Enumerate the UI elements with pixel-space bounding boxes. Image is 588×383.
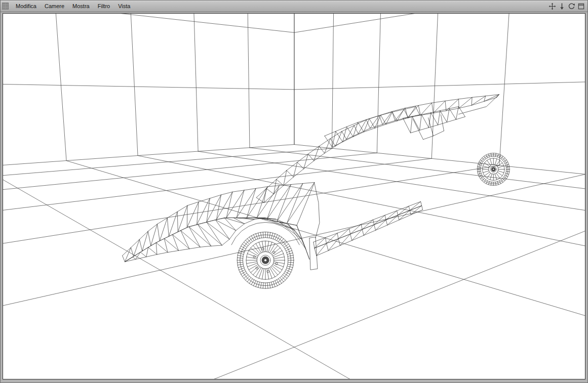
application-window: Modifica Camere Mostra Filtro Vista [0,0,588,383]
menu-camere[interactable]: Camere [41,1,68,12]
pan-icon[interactable] [548,2,556,10]
menu-mostra[interactable]: Mostra [68,1,94,12]
3d-viewport[interactable] [3,13,585,379]
rotate-icon[interactable] [567,2,575,10]
panel-drag-handle[interactable] [2,3,9,10]
car-wireframe-model [123,95,510,288]
zoom-icon[interactable] [558,2,566,10]
viewport-tools [548,2,587,10]
perspective-scene [3,14,585,379]
menu-filtro[interactable]: Filtro [94,1,114,12]
menu-modifica[interactable]: Modifica [12,1,41,12]
maximize-icon[interactable] [577,2,585,10]
viewport-menubar: Modifica Camere Mostra Filtro Vista [1,1,587,12]
menu-vista[interactable]: Vista [114,1,134,12]
